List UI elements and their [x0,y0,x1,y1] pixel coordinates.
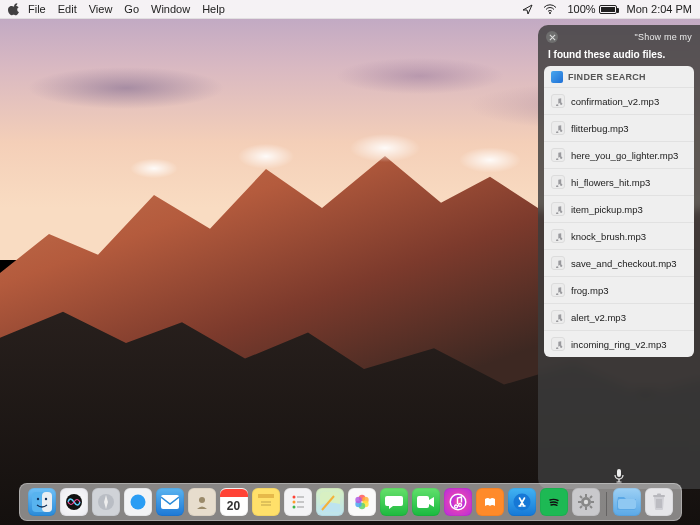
dock-system-preferences[interactable] [572,488,600,516]
dock-ibooks[interactable] [476,488,504,516]
file-result[interactable]: alert_v2.mp3 [544,303,694,330]
siri-results: FINDER SEARCH confirmation_v2.mp3flitter… [538,66,700,463]
music-file-icon [551,202,565,216]
wifi-icon[interactable] [543,4,557,14]
dock-finder[interactable] [28,488,56,516]
menu-file[interactable]: File [28,3,46,15]
finder-icon [551,71,563,83]
dock-maps[interactable] [316,488,344,516]
file-result[interactable]: hi_flowers_hit.mp3 [544,168,694,195]
file-result[interactable]: knock_brush.mp3 [544,222,694,249]
svg-point-20 [292,506,295,509]
siri-section-header: FINDER SEARCH [544,66,694,87]
dock-itunes[interactable] [444,488,472,516]
dock-reminders[interactable] [284,488,312,516]
file-result[interactable]: incoming_ring_v2.mp3 [544,330,694,357]
svg-line-45 [590,496,592,498]
svg-rect-15 [258,494,274,498]
svg-rect-49 [657,494,661,496]
dock-messages[interactable] [380,488,408,516]
menubar: File Edit View Go Window Help 100% Mon 2… [0,0,700,19]
dock-trash[interactable] [645,488,673,516]
siri-hint-text: "Show me my [635,32,692,42]
music-file-icon [551,229,565,243]
menubar-clock[interactable]: Mon 2:04 PM [627,3,692,15]
svg-line-43 [590,506,592,508]
file-name-label: confirmation_v2.mp3 [571,96,659,107]
siri-section-header-label: FINDER SEARCH [568,72,646,82]
music-file-icon [551,310,565,324]
battery-icon [599,5,617,14]
svg-point-6 [36,498,38,500]
dock-launchpad[interactable] [92,488,120,516]
calendar-day-label: 20 [227,497,240,515]
menubar-app-menus: File Edit View Go Window Help [28,3,225,15]
svg-point-14 [199,497,205,503]
menu-view[interactable]: View [89,3,113,15]
dock-facetime[interactable] [412,488,440,516]
file-name-label: incoming_ring_v2.mp3 [571,339,667,350]
music-file-icon [551,121,565,135]
svg-rect-1 [617,469,621,477]
file-name-label: alert_v2.mp3 [571,312,626,323]
music-file-icon [551,94,565,108]
music-file-icon [551,175,565,189]
svg-line-44 [580,506,582,508]
file-name-label: here_you_go_lighter.mp3 [571,150,678,161]
siri-response-title: I found these audio files. [538,45,700,66]
svg-rect-47 [618,499,636,509]
dock-contacts[interactable] [188,488,216,516]
battery-percent-label: 100% [567,3,595,15]
music-file-icon [551,148,565,162]
siri-panel: "Show me my I found these audio files. F… [538,25,700,489]
apple-menu-icon[interactable] [8,2,22,16]
music-file-icon [551,283,565,297]
svg-rect-5 [42,492,52,512]
svg-line-42 [580,496,582,498]
dock-photos[interactable] [348,488,376,516]
svg-point-7 [44,498,46,500]
menu-go[interactable]: Go [124,3,139,15]
music-file-icon [551,337,565,351]
battery-status[interactable]: 100% [567,3,616,15]
location-icon[interactable] [522,4,533,15]
file-result[interactable]: flitterbug.mp3 [544,114,694,141]
file-name-label: item_pickup.mp3 [571,204,643,215]
dock-mail[interactable] [156,488,184,516]
svg-point-18 [292,496,295,499]
file-name-label: knock_brush.mp3 [571,231,646,242]
close-icon[interactable] [546,31,558,43]
file-name-label: save_and_checkout.mp3 [571,258,677,269]
dock-appstore[interactable] [508,488,536,516]
siri-result-card: FINDER SEARCH confirmation_v2.mp3flitter… [544,66,694,357]
dock-separator [606,492,607,516]
svg-point-0 [549,12,551,14]
dock-safari[interactable] [124,488,152,516]
svg-point-19 [292,501,295,504]
file-result[interactable]: frog.mp3 [544,276,694,303]
svg-point-46 [583,500,587,504]
dock: 20 [0,483,700,521]
menu-edit[interactable]: Edit [58,3,77,15]
file-result[interactable]: save_and_checkout.mp3 [544,249,694,276]
svg-rect-12 [161,495,179,509]
file-result[interactable]: item_pickup.mp3 [544,195,694,222]
file-result[interactable]: here_you_go_lighter.mp3 [544,141,694,168]
menu-help[interactable]: Help [202,3,225,15]
music-file-icon [551,256,565,270]
dock-spotify[interactable] [540,488,568,516]
dock-notes[interactable] [252,488,280,516]
dock-siri[interactable] [60,488,88,516]
file-name-label: frog.mp3 [571,285,609,296]
file-name-label: hi_flowers_hit.mp3 [571,177,650,188]
svg-point-11 [130,495,145,510]
menu-window[interactable]: Window [151,3,190,15]
file-list: confirmation_v2.mp3flitterbug.mp3here_yo… [544,87,694,357]
dock-downloads-folder[interactable] [613,488,641,516]
file-name-label: flitterbug.mp3 [571,123,629,134]
svg-point-30 [355,497,361,503]
svg-rect-31 [417,496,429,508]
dock-calendar[interactable]: 20 [220,488,248,516]
file-result[interactable]: confirmation_v2.mp3 [544,87,694,114]
